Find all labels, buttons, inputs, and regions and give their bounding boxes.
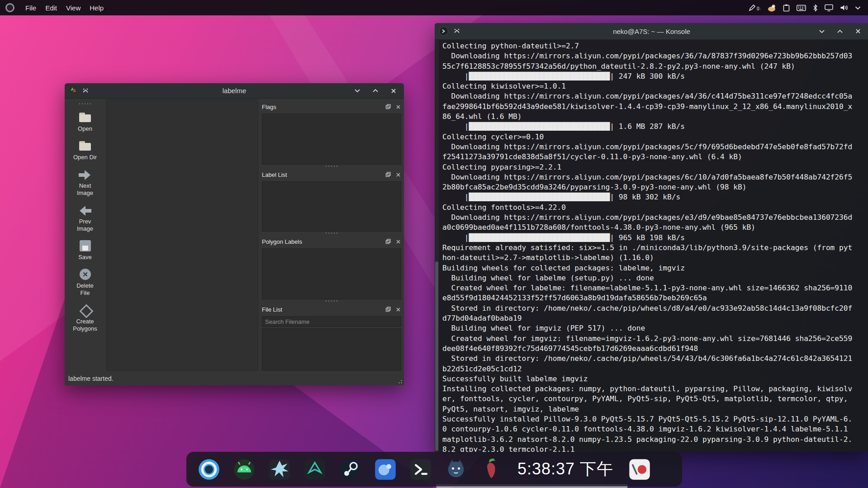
toolbar-label: Next Image xyxy=(72,182,98,197)
file-search-input[interactable] xyxy=(262,316,401,327)
terminal-line: Downloading https://mirrors.aliyun.com/p… xyxy=(442,51,865,61)
pen-icon[interactable]: g. xyxy=(749,3,761,12)
screen-recorder-icon[interactable] xyxy=(627,457,652,482)
panel-header[interactable]: Label List xyxy=(262,169,401,180)
menu-item[interactable]: File xyxy=(21,2,41,14)
toolbar-button[interactable]: Delete File xyxy=(65,265,105,301)
close-button[interactable] xyxy=(389,87,398,95)
terminal-line: matplotlib-3.6.2 natsort-8.2.0 numpy-1.2… xyxy=(442,435,865,445)
toolbar-label: Prev Image xyxy=(72,218,98,232)
labelme-window: labelme Open xyxy=(65,83,404,385)
toolbar-icon xyxy=(78,168,92,181)
menu-items: FileEditViewHelp xyxy=(21,2,108,14)
panel-separator[interactable] xyxy=(262,165,401,169)
terminal-line: |████████████████████████████████| 98 kB… xyxy=(442,192,865,202)
polygon-labels-list[interactable] xyxy=(262,248,401,299)
labelme-toolbar-container: Open Open Dir Next Image Prev Image Save xyxy=(65,99,105,372)
terminal-output[interactable]: Collecting python-dateutil>=2.7 Download… xyxy=(439,40,868,452)
titlebar-buttons xyxy=(818,27,868,35)
toolbar-button[interactable]: Create Polygons xyxy=(65,301,105,336)
labelme-canvas[interactable] xyxy=(106,99,258,371)
panel-title: Flags xyxy=(262,104,276,110)
shade-button[interactable] xyxy=(453,27,461,35)
dock-clock[interactable]: 5:38:37 下午 xyxy=(514,458,617,480)
panel-close-icon[interactable] xyxy=(395,104,401,110)
labelme-titlebar[interactable]: labelme xyxy=(65,83,404,99)
panel-float-icon[interactable] xyxy=(385,306,391,313)
shade-button[interactable] xyxy=(81,87,90,95)
terminal-icon[interactable] xyxy=(408,457,433,482)
panel-float-icon[interactable] xyxy=(385,238,391,245)
close-button[interactable] xyxy=(854,27,862,35)
status-text: labelme started. xyxy=(68,375,114,382)
resize-grip[interactable] xyxy=(397,379,403,384)
menu-item[interactable]: View xyxy=(62,2,85,14)
terminal-line: Building wheel for labelme (setup.py) ..… xyxy=(442,273,865,283)
terminal-line: PyQt5, natsort, imgviz, labelme xyxy=(442,404,865,414)
panel-separator[interactable] xyxy=(262,232,401,236)
labelme-app-icon[interactable] xyxy=(479,457,504,482)
panel-close-icon[interactable] xyxy=(395,171,401,178)
toolbar-icon xyxy=(78,268,92,281)
panel-close-icon[interactable] xyxy=(395,238,401,245)
scrollbar-thumb[interactable] xyxy=(435,261,438,451)
toolbar-button[interactable]: Save xyxy=(65,237,105,265)
steam-icon[interactable] xyxy=(337,457,363,482)
toolbar-button[interactable]: Open Dir xyxy=(65,137,105,165)
terminal-line: Created wheel for imgviz: filename=imgvi… xyxy=(442,334,865,344)
file-list[interactable] xyxy=(262,328,401,371)
app-ring-logo-icon[interactable] xyxy=(5,3,14,12)
panel-flags: Flags xyxy=(262,101,401,165)
toolbar-button[interactable]: Prev Image xyxy=(65,201,105,237)
launcher-icon[interactable] xyxy=(196,457,222,482)
toolbar-icon xyxy=(78,240,92,252)
terminal-line: Stored in directory: /home/neko/.cache/p… xyxy=(442,354,865,364)
labelme-app-icon xyxy=(69,86,77,95)
panel-float-icon[interactable] xyxy=(385,104,391,110)
labelme-body: Open Open Dir Next Image Prev Image Save xyxy=(65,99,404,372)
label-list[interactable] xyxy=(262,181,401,232)
toolbar-icon xyxy=(78,111,92,124)
toolbar-button[interactable]: Open xyxy=(65,108,105,137)
paint-app-icon[interactable] xyxy=(267,457,292,482)
keyboard-icon[interactable] xyxy=(797,3,806,12)
panel-header[interactable]: Flags xyxy=(262,101,401,112)
panel-header[interactable]: File List xyxy=(262,304,401,315)
toolbar-button[interactable]: Next Image xyxy=(65,165,105,201)
minimize-button[interactable] xyxy=(818,27,826,35)
volume-icon[interactable] xyxy=(840,3,848,12)
panel-float-icon[interactable] xyxy=(385,171,391,178)
display-icon[interactable] xyxy=(825,3,833,12)
panel-close-icon[interactable] xyxy=(395,306,401,313)
menu-item[interactable]: Edit xyxy=(41,2,62,14)
terminal-scrollbar[interactable] xyxy=(435,40,439,452)
panel-header[interactable]: Polygon Labels xyxy=(262,236,401,247)
panel-polygon-labels: Polygon Labels xyxy=(262,236,401,299)
dev-app-icon[interactable] xyxy=(302,457,327,482)
clipboard-icon[interactable] xyxy=(783,3,790,12)
cat-app-icon[interactable] xyxy=(443,457,469,482)
terminal-line: Successfully built labelme imgviz xyxy=(442,374,865,384)
android-studio-icon[interactable] xyxy=(232,457,257,482)
desktop: FileEditViewHelp g. xyxy=(0,0,868,488)
maximize-button[interactable] xyxy=(371,87,379,95)
chevron-down-icon[interactable] xyxy=(855,3,861,12)
ferret-icon[interactable] xyxy=(768,3,776,12)
panel-drag-handle-icon xyxy=(326,165,337,168)
toolbar-drag-handle-icon[interactable] xyxy=(79,102,91,105)
window-title: neko@A7S: ~ — Konsole xyxy=(435,28,868,35)
toolbar-label: Delete File xyxy=(72,282,98,297)
flags-list[interactable] xyxy=(262,114,401,165)
minimize-button[interactable] xyxy=(353,87,361,95)
terminal-line: |████████████████████████████████| 247 k… xyxy=(442,71,865,81)
maximize-button[interactable] xyxy=(836,27,844,35)
blue-app-icon[interactable] xyxy=(373,457,398,482)
terminal-line: d77bd04adaf0baba19 xyxy=(442,313,865,323)
terminal-line: 55c7f6128853c78955f57342a56d/python_date… xyxy=(442,62,865,71)
menu-item[interactable]: Help xyxy=(85,2,108,14)
terminal-line: 2b80bfca85ac2be9d35cdd9a3246/pyparsing-3… xyxy=(442,182,865,192)
konsole-titlebar[interactable]: neko@A7S: ~ — Konsole xyxy=(435,23,868,40)
panel-separator[interactable] xyxy=(262,299,401,304)
bluetooth-icon[interactable] xyxy=(813,3,818,12)
terminal-line: Building wheels for collected packages: … xyxy=(442,263,865,273)
